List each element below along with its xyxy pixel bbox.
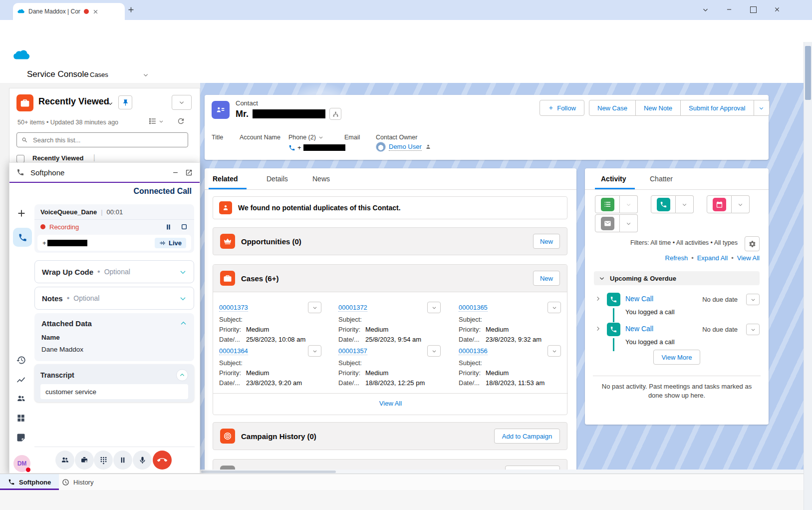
notes-section[interactable]: Notes • Optional xyxy=(34,287,194,310)
scrollbar-thumb[interactable] xyxy=(805,46,811,100)
dialpad-button[interactable] xyxy=(94,451,113,470)
case-row-menu-button[interactable] xyxy=(308,345,321,357)
window-maximize-button[interactable] xyxy=(742,0,765,19)
case-row-menu-button[interactable] xyxy=(427,345,441,357)
agents-icon[interactable] xyxy=(16,394,26,404)
timeline-item-title-link[interactable]: New Call xyxy=(625,325,653,333)
case-number-link[interactable]: 00001357 xyxy=(338,347,367,355)
cases-view-all-link[interactable]: View All xyxy=(213,400,568,407)
view-more-button[interactable]: View More xyxy=(653,350,700,365)
notes-expand-chevron-icon[interactable] xyxy=(179,295,187,302)
new-tab-button[interactable] xyxy=(127,5,135,14)
timeline-item-title-link[interactable]: New Call xyxy=(625,295,653,303)
case-number-link[interactable]: 00001372 xyxy=(338,304,367,312)
case-number-link[interactable]: 00001356 xyxy=(459,347,488,355)
attached-collapse-chevron-icon[interactable] xyxy=(180,320,187,327)
change-owner-icon[interactable] xyxy=(425,143,432,150)
new-call-plus-icon[interactable] xyxy=(16,208,27,219)
campaign-history-card[interactable]: Campaign History (0) Add to Campaign xyxy=(213,422,567,450)
tab-chatter[interactable]: Chatter xyxy=(650,175,673,183)
call-dropdown-icon[interactable] xyxy=(676,195,694,213)
case-number-link[interactable]: 00001373 xyxy=(219,304,248,312)
expand-all-link[interactable]: Expand All xyxy=(697,254,728,262)
activity-settings-gear-button[interactable] xyxy=(745,236,760,251)
list-search-box[interactable] xyxy=(16,132,188,147)
hold-call-button[interactable] xyxy=(113,451,132,470)
list-actions-dropdown-button[interactable] xyxy=(172,95,192,110)
pin-list-button[interactable] xyxy=(118,95,132,109)
display-as-icon[interactable] xyxy=(148,117,157,125)
column-header[interactable]: Recently Viewed xyxy=(32,154,83,162)
case-row-menu-button[interactable] xyxy=(308,302,321,313)
utility-tab-history[interactable]: History xyxy=(54,474,101,490)
opportunities-title[interactable]: Opportunities (0) xyxy=(241,237,301,246)
list-view-selector-icon[interactable] xyxy=(107,100,113,106)
refresh-list-icon[interactable] xyxy=(177,117,185,125)
view-all-link[interactable]: View All xyxy=(737,254,760,262)
browser-tab[interactable]: Dane Maddox | Contact | Sal xyxy=(13,3,125,20)
tab-close-icon[interactable] xyxy=(92,8,99,15)
list-view-title[interactable]: Recently Viewed xyxy=(38,96,109,107)
timeline-item-menu-button[interactable] xyxy=(746,324,760,335)
minimize-icon[interactable] xyxy=(172,169,179,176)
task-dropdown-icon[interactable] xyxy=(620,195,638,213)
email-button[interactable] xyxy=(595,214,620,232)
list-search-input[interactable] xyxy=(32,136,183,144)
cases-title[interactable]: Cases (6+) xyxy=(241,274,278,283)
campaign-title[interactable]: Campaign History (0) xyxy=(241,432,316,441)
wrap-up-code-section[interactable]: Wrap Up Code • Optional xyxy=(34,260,194,283)
utility-tab-softphone[interactable]: Softphone xyxy=(0,474,59,490)
email-dropdown-icon[interactable] xyxy=(620,214,638,232)
new-note-button[interactable]: New Note xyxy=(635,100,681,116)
wrapup-expand-chevron-icon[interactable] xyxy=(179,268,187,276)
mute-mic-button[interactable] xyxy=(133,451,152,470)
refresh-link[interactable]: Refresh xyxy=(665,254,688,262)
new-task-button[interactable] xyxy=(595,195,620,213)
owner-link[interactable]: Demo User xyxy=(389,143,422,151)
tab-details[interactable]: Details xyxy=(267,175,288,183)
nav-item-dropdown-icon[interactable] xyxy=(143,72,149,78)
follow-button[interactable]: Follow xyxy=(540,100,584,116)
section-collapse-icon[interactable] xyxy=(599,275,605,281)
new-case-button[interactable]: New Case xyxy=(589,100,636,116)
new-case-related-button[interactable]: New xyxy=(533,271,560,286)
bot-device-button[interactable] xyxy=(75,451,94,470)
analytics-icon[interactable] xyxy=(16,375,26,385)
case-row-menu-button[interactable] xyxy=(547,302,561,313)
transfer-call-button[interactable] xyxy=(55,451,74,470)
tab-related[interactable]: Related xyxy=(213,175,238,183)
event-dropdown-icon[interactable] xyxy=(732,195,750,213)
transcript-collapse-button[interactable] xyxy=(176,369,188,381)
app-name[interactable]: Service Console xyxy=(27,69,89,79)
stop-recording-icon[interactable] xyxy=(180,223,188,231)
horizontal-scrollbar[interactable] xyxy=(200,470,804,474)
call-history-icon[interactable] xyxy=(16,355,26,365)
apps-grid-icon[interactable] xyxy=(16,413,26,423)
select-all-checkbox[interactable] xyxy=(16,155,24,163)
new-event-button[interactable] xyxy=(707,195,732,213)
field-label-phone[interactable]: Phone (2) xyxy=(288,134,323,141)
end-call-button[interactable] xyxy=(153,451,172,470)
submit-for-approval-button[interactable]: Submit for Approval xyxy=(680,100,754,116)
popout-icon[interactable] xyxy=(185,169,193,176)
tab-search-button[interactable] xyxy=(694,0,717,19)
case-number-link[interactable]: 00001365 xyxy=(459,304,488,312)
display-as-dropdown-icon[interactable] xyxy=(159,119,164,124)
log-call-button[interactable] xyxy=(651,195,676,213)
cases-card-header[interactable]: Cases (6+) New xyxy=(213,265,567,292)
opportunities-card[interactable]: Opportunities (0) New xyxy=(213,227,567,255)
add-to-campaign-button[interactable]: Add to Campaign xyxy=(494,429,560,444)
tab-activity[interactable]: Activity xyxy=(601,175,626,183)
phone-dropdown-icon[interactable] xyxy=(318,135,323,140)
transcript-input[interactable] xyxy=(40,384,188,399)
new-opportunity-button[interactable]: New xyxy=(533,234,560,249)
phone-value[interactable]: + xyxy=(288,144,345,151)
active-call-rail-icon[interactable] xyxy=(13,228,32,247)
more-actions-dropdown-button[interactable] xyxy=(754,100,770,116)
vertical-scrollbar[interactable] xyxy=(804,42,812,510)
nav-item-cases[interactable]: Cases xyxy=(90,71,108,78)
expand-item-chevron-icon[interactable] xyxy=(595,326,601,332)
pause-recording-icon[interactable] xyxy=(165,223,172,231)
timeline-item-menu-button[interactable] xyxy=(746,294,760,305)
case-row-menu-button[interactable] xyxy=(547,345,561,357)
